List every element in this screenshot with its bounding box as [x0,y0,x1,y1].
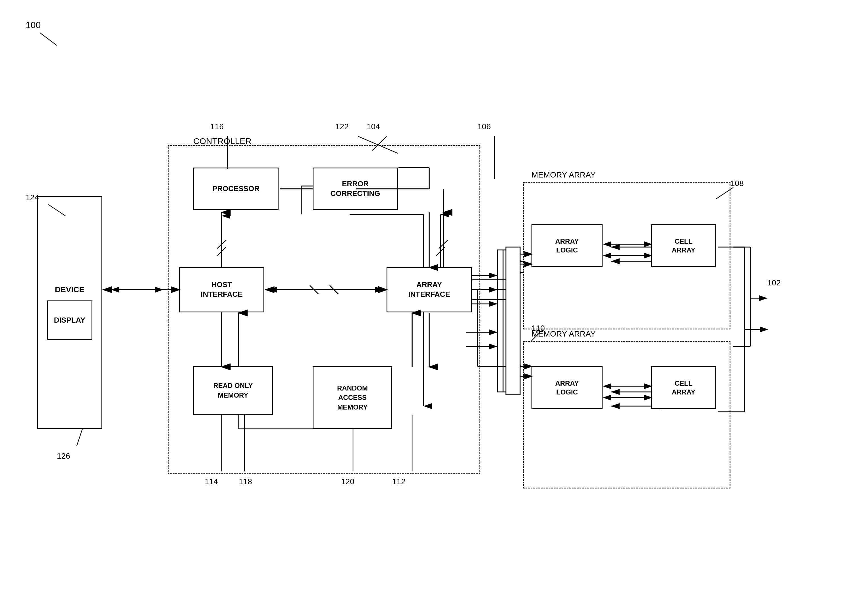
ref-100: 100 [25,20,41,30]
array-interface-box: ARRAYINTERFACE [387,267,472,312]
ref-116: 116 [210,122,224,131]
ref-122: 122 [335,122,349,131]
controller-label: CONTROLLER [193,136,251,146]
svg-rect-79 [506,247,520,395]
ref-114: 114 [205,477,218,486]
memory-array-top-label: MEMORY ARRAY [531,171,596,180]
cell-array-bottom-box: CELLARRAY [651,366,716,409]
svg-rect-26 [497,250,509,392]
read-only-memory-box: READ ONLYMEMORY [193,366,273,415]
ref-104: 104 [367,122,380,131]
array-logic-bottom-box: ARRAYLOGIC [531,366,602,409]
error-correcting-box: ERRORCORRECTING [313,168,398,210]
device-label: DEVICE [55,284,84,295]
random-access-memory-box: RANDOMACCESSMEMORY [313,366,392,429]
svg-line-49 [40,32,57,46]
ref-120: 120 [341,477,354,486]
device-box: DEVICE DISPLAY [37,196,102,429]
ref-108: 108 [731,179,744,188]
svg-line-51 [77,429,83,446]
ref-118: 118 [239,477,252,486]
ref-112: 112 [392,477,406,486]
display-box: DISPLAY [47,300,92,340]
host-interface-box: HOSTINTERFACE [179,267,264,312]
diagram: 100 CONTROLLER MEMORY ARRAY MEMORY ARRAY… [0,0,868,589]
ref-102: 102 [768,278,781,287]
ref-106: 106 [477,122,491,131]
ref-124: 124 [25,193,39,202]
processor-box: PROCESSOR [193,168,279,210]
ref-110: 110 [531,324,545,333]
array-logic-top-box: ARRAYLOGIC [531,224,602,267]
memory-array-bottom-box [523,341,731,489]
ref-126: 126 [57,452,70,461]
cell-array-top-box: CELLARRAY [651,224,716,267]
